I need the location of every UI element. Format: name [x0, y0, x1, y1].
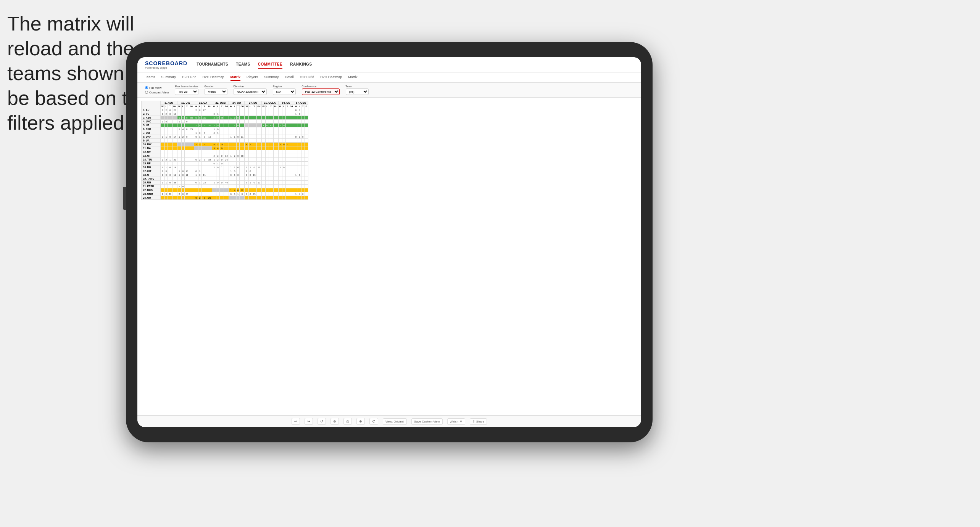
compact-view-input[interactable]: [145, 91, 148, 94]
zoom-out-button[interactable]: ⊖: [330, 418, 339, 425]
matrix-cell: [249, 108, 252, 112]
matrix-cell: [168, 188, 172, 192]
nav-teams[interactable]: TEAMS: [236, 61, 250, 69]
subnav-h2h-grid1[interactable]: H2H Grid: [182, 74, 197, 81]
matrix-cell: 25: [172, 108, 177, 112]
matrix-cell: [245, 150, 249, 154]
zoom-fit-button[interactable]: ◎: [343, 418, 352, 425]
subnav-h2h-heatmap2[interactable]: H2H Heatmap: [320, 74, 342, 81]
full-view-input[interactable]: [145, 86, 148, 89]
matrix-cell: [269, 150, 273, 154]
matrix-cell: 0: [168, 135, 172, 139]
save-custom-button[interactable]: Save Custom View: [411, 418, 442, 425]
view-original-button[interactable]: View: Original: [383, 418, 407, 425]
matrix-cell: [207, 177, 212, 181]
matrix-cell: [305, 112, 308, 116]
watch-button[interactable]: Watch ▼: [447, 418, 465, 425]
nav-rankings[interactable]: RANKINGS: [290, 61, 312, 69]
subnav-matrix2[interactable]: Matrix: [348, 74, 358, 81]
matrix-cell: [298, 165, 301, 169]
subnav-h2h-heatmap1[interactable]: H2H Heatmap: [203, 74, 224, 81]
matrix-cell: [198, 139, 201, 143]
matrix-cell: [266, 158, 269, 162]
matrix-cell: 1: [245, 192, 249, 196]
matrix-cell: [278, 158, 282, 162]
matrix-cell: [285, 112, 289, 116]
division-select[interactable]: NCAA Division I: [234, 88, 267, 95]
matrix-cell: 0: [236, 165, 240, 169]
matrix-cell: [261, 127, 266, 131]
matrix-cell: 12: [240, 188, 245, 192]
matrix-cell: [285, 185, 289, 188]
matrix-cell: [177, 143, 182, 146]
matrix-cell: 1: [249, 165, 252, 169]
matrix-cell: 5: [194, 116, 198, 120]
conference-filter: Conference Pac-12 Conference: [302, 85, 340, 95]
subnav-teams[interactable]: Teams: [145, 74, 155, 81]
matrix-cell: [219, 188, 224, 192]
subnav-players[interactable]: Players: [247, 74, 258, 81]
zoom-in-icon: ⊕: [359, 419, 362, 423]
matrix-cell: [181, 188, 185, 192]
matrix-cell: [305, 188, 308, 192]
nav-tournaments[interactable]: TOURNAMENTS: [197, 61, 228, 69]
max-teams-select[interactable]: Top 25: [175, 88, 198, 95]
subnav-h2h-grid2[interactable]: H2H Grid: [300, 74, 314, 81]
matrix-cell: [278, 120, 282, 124]
matrix-cell: 1: [216, 131, 220, 135]
subnav-summary1[interactable]: Summary: [161, 74, 176, 81]
matrix-cell: 1: [198, 135, 201, 139]
gender-select[interactable]: Men's: [205, 88, 227, 95]
matrix-cell: 1: [177, 173, 182, 177]
subnav-matrix1[interactable]: Matrix: [230, 74, 241, 81]
row-label: 9. UA: [142, 139, 161, 143]
matrix-cell: 0: [298, 173, 301, 177]
full-view-radio[interactable]: Full View: [145, 86, 169, 90]
matrix-cell: [256, 146, 261, 150]
conference-select[interactable]: Pac-12 Conference: [302, 88, 340, 95]
matrix-cell: 0: [236, 188, 240, 192]
matrix-cell: 1: [161, 120, 165, 124]
matrix-cell: 0: [201, 196, 207, 200]
watch-chevron: ▼: [459, 420, 463, 423]
subnav-summary2[interactable]: Summary: [264, 74, 279, 81]
matrix-cell: [224, 135, 229, 139]
matrix-cell: [289, 139, 294, 143]
refresh-button[interactable]: ↺: [318, 418, 326, 425]
matrix-cell: 0: [194, 181, 198, 185]
col-uo: 24. UO: [229, 101, 245, 105]
matrix-cell: [282, 131, 286, 135]
matrix-cell: [201, 185, 207, 188]
matrix-cell: [285, 169, 289, 173]
matrix-cell: [261, 135, 266, 139]
matrix-cell: [273, 116, 278, 120]
matrix-cell: [305, 196, 308, 200]
undo-button[interactable]: ↩: [292, 418, 300, 425]
redo-button[interactable]: ↪: [305, 418, 313, 425]
matrix-cell: 1: [177, 120, 182, 124]
share-button[interactable]: ⇧ Share: [470, 418, 487, 425]
subnav-detail[interactable]: Detail: [285, 74, 294, 81]
matrix-cell: 1: [212, 124, 216, 127]
zoom-in-button[interactable]: ⊕: [356, 418, 365, 425]
timer-button[interactable]: ⏱: [369, 418, 378, 425]
matrix-cell: [278, 188, 282, 192]
matrix-cell: 11: [185, 173, 189, 177]
matrix-cell: [285, 139, 289, 143]
matrix-cell: [289, 143, 294, 146]
matrix-cell: [189, 135, 194, 139]
matrix-content[interactable]: 3. ASU 10. UW 11. UA 22. UCB 24. UO 27. …: [137, 98, 641, 415]
nav-committee[interactable]: COMMITTEE: [258, 61, 283, 69]
matrix-cell: 23: [201, 181, 207, 185]
matrix-cell: [177, 150, 182, 154]
matrix-cell: 2: [198, 158, 201, 162]
matrix-cell: [236, 150, 240, 154]
compact-view-radio[interactable]: Compact View: [145, 91, 169, 94]
matrix-cell: [198, 127, 201, 131]
region-select[interactable]: N/A: [273, 88, 296, 95]
team-select[interactable]: (All): [346, 88, 369, 95]
matrix-cell: [298, 120, 301, 124]
matrix-cell: [168, 162, 172, 165]
matrix-cell: [252, 177, 256, 181]
matrix-cell: [282, 112, 286, 116]
